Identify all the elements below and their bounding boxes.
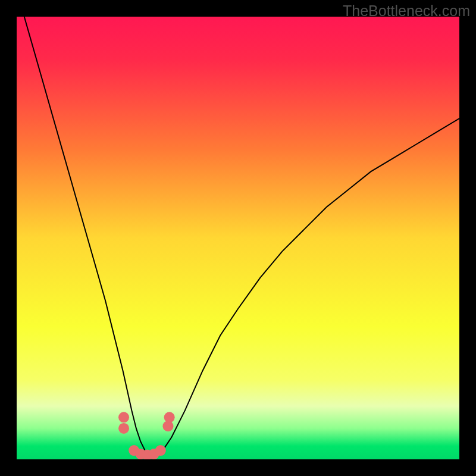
highlight-marker xyxy=(164,412,175,422)
plot-area xyxy=(17,17,459,459)
highlight-marker xyxy=(155,445,166,456)
chart-svg xyxy=(17,17,459,459)
gradient-background xyxy=(17,17,459,459)
highlight-marker xyxy=(118,412,129,422)
watermark-text: TheBottleneck.com xyxy=(343,2,470,20)
highlight-marker xyxy=(118,423,129,434)
chart-frame: TheBottleneck.com xyxy=(0,0,476,476)
